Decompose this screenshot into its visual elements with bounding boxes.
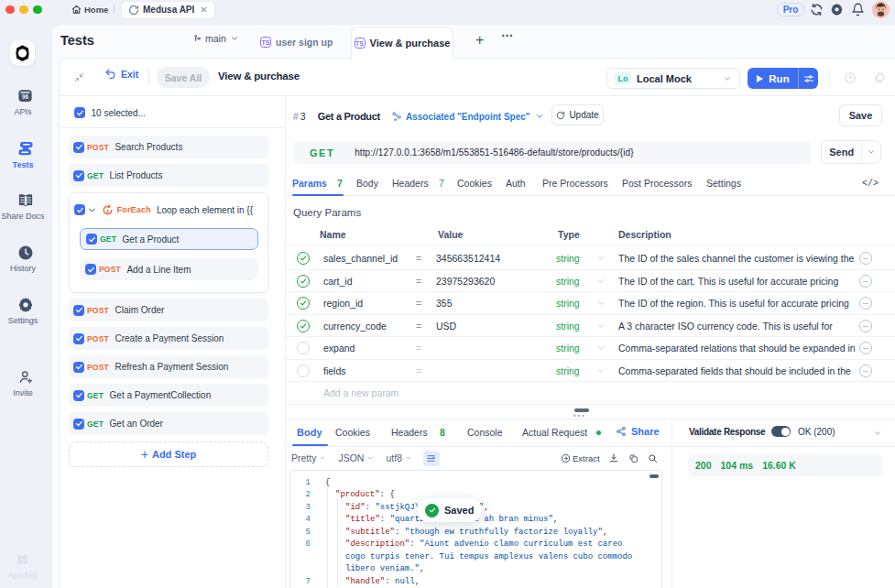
svg-text:96: 96: [22, 93, 29, 100]
